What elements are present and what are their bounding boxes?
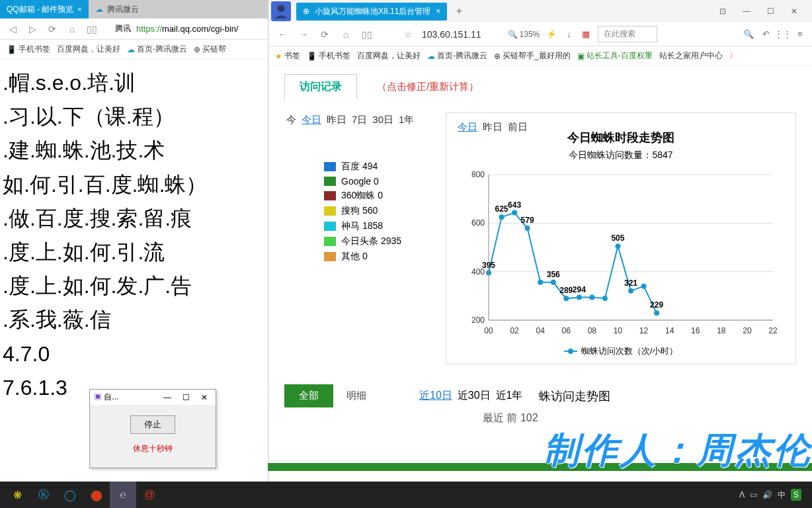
taskbar-app-icon[interactable]: @ xyxy=(136,482,163,508)
home-icon[interactable]: ⌂ xyxy=(339,27,353,42)
reader-icon[interactable]: ▯▯ xyxy=(360,27,374,42)
stop-button[interactable]: 停止 xyxy=(130,415,175,434)
back-icon[interactable]: ← xyxy=(275,27,290,42)
taskbar-app-icon[interactable]: Ⓚ xyxy=(30,482,57,508)
star-icon[interactable]: ☆ xyxy=(401,27,415,42)
more-icon[interactable]: 〉 xyxy=(729,50,737,62)
bookmark-item[interactable]: ⊕买链帮 xyxy=(194,44,226,55)
taskbar-app-icon[interactable]: ◯ xyxy=(57,482,83,508)
zoom-in-icon[interactable]: 🔍 xyxy=(743,29,754,40)
cloud-icon: ☁ xyxy=(95,5,103,14)
search-input[interactable]: 在此搜索 xyxy=(598,26,657,42)
svg-text:02: 02 xyxy=(510,326,519,335)
date-tab[interactable]: 7日 xyxy=(350,112,369,128)
legend-item[interactable]: 今日头条 2935 xyxy=(324,235,436,247)
recalc-link[interactable]: （点击修正/重新计算） xyxy=(377,81,479,93)
bookmark-item[interactable]: 📱手机书签 xyxy=(307,50,350,62)
zoom-control[interactable]: 🔍135% xyxy=(508,30,540,39)
chart-date-tab[interactable]: 前日 xyxy=(506,120,530,135)
bottom-range-tabs: 近10日 近30日 近1年 xyxy=(419,389,523,403)
window-pin-icon[interactable]: ⊡ xyxy=(714,4,731,19)
maximize-icon[interactable]: ☐ xyxy=(762,4,779,19)
close-icon[interactable]: ✕ xyxy=(786,4,803,19)
all-button[interactable]: 全部 xyxy=(284,384,333,407)
legend-label: Google 0 xyxy=(341,176,379,187)
date-tab[interactable]: 昨日 xyxy=(325,112,348,128)
bookmark-item[interactable]: 百度网盘，让美好 xyxy=(357,50,421,62)
forward-icon[interactable]: → xyxy=(296,27,311,42)
chart-date-today[interactable]: 今日 xyxy=(456,120,479,135)
legend-item[interactable]: 百度 494 xyxy=(324,161,436,173)
taskbar-app-icon[interactable]: ❋ xyxy=(4,482,30,508)
svg-text:06: 06 xyxy=(562,326,571,335)
download-icon[interactable]: ↓ xyxy=(563,29,574,40)
forward-icon[interactable]: ▷ xyxy=(25,22,40,36)
flash-icon[interactable]: ⚡ xyxy=(546,29,557,40)
right-toolbar: ← → ⟳ ⌂ ▯▯ ☆ 103.60.151.11 🔍135% ⚡ ↓ ▦ 在… xyxy=(268,22,812,46)
date-tab-today[interactable]: 今日 xyxy=(300,112,323,128)
bookmark-item[interactable]: ▣站长工具-百度权重 xyxy=(577,50,653,62)
close-icon[interactable]: × xyxy=(436,7,440,16)
ime-indicator[interactable]: 中 xyxy=(778,489,786,501)
refresh-icon[interactable]: ⟳ xyxy=(45,22,60,36)
tray-up-icon[interactable]: ᐱ xyxy=(739,490,745,499)
minimize-icon[interactable]: — xyxy=(738,4,755,19)
date-tab[interactable]: 30日 xyxy=(370,112,395,128)
svg-point-23 xyxy=(512,210,517,216)
legend-item[interactable]: Google 0 xyxy=(324,176,436,187)
svg-point-25 xyxy=(538,280,543,285)
tab-admin[interactable]: ⊕ 小旋风万能蜘蛛池X8.11后台管理 × xyxy=(296,3,447,21)
refresh-icon[interactable]: ⟳ xyxy=(317,27,332,42)
menu-icon[interactable]: ≡ xyxy=(795,29,805,40)
bookmark-item[interactable]: ☁首页-腾讯微云 xyxy=(127,44,187,55)
date-tab[interactable]: 1年 xyxy=(397,112,416,128)
range-30d[interactable]: 近30日 xyxy=(458,389,491,403)
bookmark-item[interactable]: 百度网盘，让美好 xyxy=(57,44,120,55)
address-bar[interactable]: 103.60.151.11 xyxy=(422,29,481,40)
extension-icon[interactable]: ▦ xyxy=(581,29,591,40)
taskbar-app-icon[interactable]: ⬤ xyxy=(83,482,110,508)
tab-visit-log[interactable]: 访问记录 xyxy=(284,74,357,99)
back-icon[interactable]: ◁ xyxy=(5,22,20,36)
close-icon[interactable]: ✕ xyxy=(197,393,212,402)
bookmark-item[interactable]: 📱手机书签 xyxy=(7,44,50,55)
taskbar-app-icon[interactable]: ℮ xyxy=(110,482,136,508)
bookmark-item[interactable]: ⊕买链帮手_最好用的 xyxy=(494,50,571,62)
svg-text:08: 08 xyxy=(588,326,597,335)
alt-icon[interactable]: ⋮⋮ xyxy=(778,29,788,40)
minimize-icon[interactable]: — xyxy=(160,393,175,402)
tab-qqmail[interactable]: QQ邮箱 - 邮件预览 × xyxy=(0,0,89,19)
reader-icon[interactable]: ▯▯ xyxy=(85,22,99,36)
address-bar[interactable]: https://mail.qq.com/cgi-bin/ xyxy=(136,24,239,34)
avatar[interactable] xyxy=(271,1,291,21)
range-1y[interactable]: 近1年 xyxy=(496,389,523,403)
tab-label: 腾讯微云 xyxy=(107,4,139,15)
tray-app-icon[interactable]: S xyxy=(791,489,801,501)
popup-titlebar[interactable]: ▣ 自... — ☐ ✕ xyxy=(90,390,216,405)
maximize-icon[interactable]: ☐ xyxy=(179,393,193,402)
volume-icon[interactable]: 🔊 xyxy=(762,490,772,499)
phone-icon: 📱 xyxy=(307,52,317,61)
tab-label: QQ邮箱 - 邮件预览 xyxy=(7,4,73,15)
legend-item[interactable]: 360蜘蛛 0 xyxy=(324,190,436,202)
tab-weiyun[interactable]: ☁ 腾讯微云 xyxy=(89,0,145,19)
range-10d[interactable]: 近10日 xyxy=(419,389,452,403)
globe-icon: ⊕ xyxy=(303,7,309,16)
bookmark-item[interactable]: ☁首页-腾讯微云 xyxy=(427,50,487,62)
undo-icon[interactable]: ↶ xyxy=(760,29,771,40)
legend-item[interactable]: 其他 0 xyxy=(324,251,436,263)
svg-text:625: 625 xyxy=(495,204,508,214)
legend-item[interactable]: 神马 1858 xyxy=(324,220,436,232)
legend-item[interactable]: 搜狗 560 xyxy=(324,205,436,217)
close-icon[interactable]: × xyxy=(77,5,81,13)
bookmark-item[interactable]: ★书签 xyxy=(275,50,300,62)
chart-date-tab[interactable]: 昨日 xyxy=(481,120,505,135)
home-icon[interactable]: ⌂ xyxy=(65,22,79,36)
date-tab[interactable]: 今 xyxy=(284,112,298,128)
network-icon[interactable]: ▭ xyxy=(750,490,757,499)
legend-swatch xyxy=(324,162,336,171)
svg-point-24 xyxy=(525,226,530,231)
detail-button[interactable]: 明细 xyxy=(346,390,366,402)
bookmark-item[interactable]: 站长之家用户中心 xyxy=(659,50,723,62)
new-tab-button[interactable]: + xyxy=(451,3,467,19)
